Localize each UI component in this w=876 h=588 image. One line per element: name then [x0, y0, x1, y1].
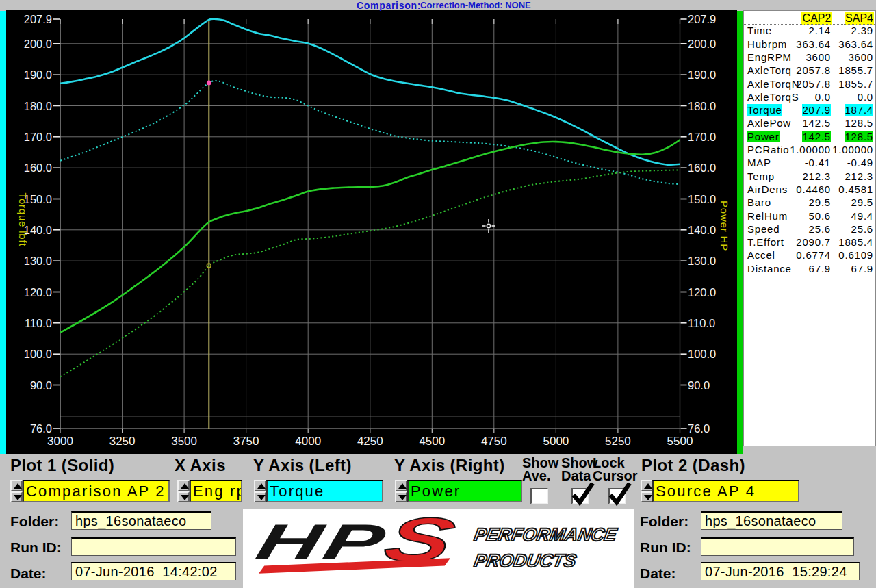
svg-text:4250: 4250	[357, 435, 383, 448]
svg-text:4750: 4750	[481, 435, 507, 448]
svg-text:90.0: 90.0	[30, 379, 52, 392]
svg-text:110.0: 110.0	[688, 317, 715, 329]
svg-text:100.0: 100.0	[24, 348, 52, 360]
svg-text:170.0: 170.0	[24, 131, 52, 143]
svg-text:5000: 5000	[543, 435, 569, 448]
svg-text:207.9: 207.9	[24, 13, 52, 25]
svg-text:3750: 3750	[233, 435, 259, 448]
svg-text:170.0: 170.0	[688, 131, 716, 143]
svg-text:90.0: 90.0	[688, 379, 710, 392]
svg-text:190.0: 190.0	[24, 68, 52, 81]
svg-text:3000: 3000	[47, 435, 73, 448]
svg-text:160.0: 160.0	[24, 162, 52, 174]
svg-text:Torque lbft: Torque lbft	[17, 193, 29, 247]
svg-text:180.0: 180.0	[24, 100, 52, 112]
svg-text:180.0: 180.0	[688, 100, 716, 112]
svg-text:200.0: 200.0	[24, 38, 52, 50]
svg-text:4000: 4000	[295, 435, 321, 448]
svg-text:Power HP: Power HP	[719, 201, 730, 251]
svg-text:140.0: 140.0	[688, 224, 716, 236]
svg-text:76.0: 76.0	[688, 422, 710, 435]
svg-text:3250: 3250	[110, 435, 136, 448]
svg-text:5500: 5500	[667, 435, 693, 448]
svg-text:130.0: 130.0	[688, 255, 716, 267]
svg-text:3500: 3500	[171, 435, 197, 448]
svg-text:207.9: 207.9	[688, 13, 716, 25]
svg-text:130.0: 130.0	[24, 255, 52, 267]
svg-text:76.0: 76.0	[30, 422, 52, 435]
svg-text:120.0: 120.0	[24, 286, 52, 298]
svg-text:4500: 4500	[419, 435, 445, 448]
svg-text:200.0: 200.0	[688, 38, 716, 50]
svg-text:160.0: 160.0	[688, 162, 716, 174]
svg-text:110.0: 110.0	[25, 317, 52, 329]
svg-text:190.0: 190.0	[688, 68, 716, 81]
svg-text:150.0: 150.0	[688, 193, 716, 205]
svg-text:100.0: 100.0	[688, 348, 716, 360]
svg-text:5250: 5250	[605, 435, 631, 448]
svg-text:120.0: 120.0	[688, 286, 716, 298]
